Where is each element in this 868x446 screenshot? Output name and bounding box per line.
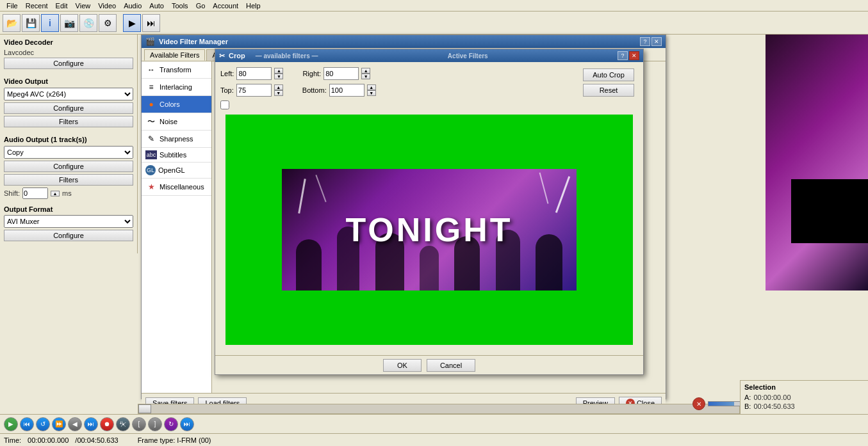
menu-video[interactable]: Video — [94, 2, 120, 10]
right-field-group: Right: ▲ ▼ — [302, 67, 370, 80]
right-up-btn[interactable]: ▲ — [361, 68, 370, 74]
video-output-label: Video Output — [4, 77, 133, 85]
crop-title: Crop — [229, 52, 245, 60]
left-up-btn[interactable]: ▲ — [274, 68, 283, 74]
filter-item-transform[interactable]: ↔ Transform — [142, 61, 211, 79]
scroll-area[interactable] — [138, 404, 740, 414]
left-panel: Video Decoder Lavcodec Configure Video O… — [0, 35, 138, 253]
bottom-down-btn[interactable]: ▼ — [367, 90, 376, 96]
configure-btn-2[interactable]: Configure — [4, 102, 133, 114]
menu-audio[interactable]: Audio — [120, 2, 145, 10]
volume-fill — [708, 402, 734, 406]
shift-input[interactable] — [22, 187, 48, 199]
toolbar-open[interactable]: 📂 — [3, 14, 20, 32]
toolbar-play-mode[interactable]: ▶ — [123, 14, 141, 32]
reset-btn[interactable]: Reset — [583, 84, 634, 97]
top-input[interactable] — [236, 84, 272, 97]
left-field-group: Left: ▲ ▼ — [220, 67, 283, 80]
video-background — [766, 35, 868, 291]
filter-label-noise: Noise — [160, 118, 177, 125]
toolbar-info[interactable]: i — [41, 14, 59, 32]
crop-help-btn[interactable]: ? — [618, 51, 628, 60]
video-content: TONIGHT — [282, 169, 577, 291]
left-input[interactable] — [236, 67, 272, 80]
menu-edit[interactable]: Edit — [52, 2, 72, 10]
scroll-thumb[interactable] — [138, 404, 151, 413]
bottom-up-btn[interactable]: ▲ — [367, 84, 376, 90]
filter-item-colors[interactable]: ● Colors — [142, 96, 211, 113]
video-codec-select[interactable]: Mpeg4 AVC (x264) — [4, 88, 133, 100]
menu-auto[interactable]: Auto — [145, 2, 168, 10]
colors-icon: ● — [145, 99, 157, 110]
menubar: File Recent Edit View Video Audio Auto T… — [0, 0, 868, 12]
cancel-btn[interactable]: Cancel — [427, 359, 475, 372]
bottom-input[interactable] — [329, 84, 364, 97]
ok-btn[interactable]: OK — [383, 359, 422, 372]
filter-item-noise[interactable]: 〜 Noise — [142, 113, 211, 131]
filter-item-opengl[interactable]: GL OpenGL — [142, 163, 211, 179]
tab-available-filters[interactable]: Available Filters — [144, 49, 205, 61]
vfm-help-btn[interactable]: ? — [640, 37, 650, 46]
segment-btn[interactable]: ⏧ — [116, 417, 130, 431]
toolbar-next[interactable]: ⏭ — [142, 14, 160, 32]
audio-output-section: Audio Output (1 track(s)) Copy Configure… — [4, 136, 133, 199]
loop-btn[interactable]: ↻ — [164, 417, 178, 431]
left-down-btn[interactable]: ▼ — [274, 74, 283, 79]
mark-out-btn[interactable]: ] — [148, 417, 162, 431]
audio-output-label: Audio Output (1 track(s)) — [4, 136, 133, 143]
configure-btn-3[interactable]: Configure — [4, 161, 133, 172]
top-spinners: ▲ ▼ — [274, 84, 283, 96]
interlacing-icon: ≡ — [145, 81, 157, 93]
filters-btn-1[interactable]: Filters — [4, 116, 133, 127]
crop-action-btns: Auto Crop Reset — [583, 68, 634, 97]
configure-btn-4[interactable]: Configure — [4, 230, 133, 241]
toolbar-save[interactable]: 💾 — [22, 14, 40, 32]
play-btn[interactable]: ▶ — [4, 417, 18, 431]
crop-titlebar: ✂ Crop — available filters — Active Filt… — [215, 49, 643, 62]
toolbar-settings[interactable]: ⚙ — [99, 14, 117, 32]
top-label: Top: — [220, 86, 234, 94]
menu-recent[interactable]: Recent — [22, 2, 52, 10]
skip-to-end-btn[interactable]: ⏭ — [180, 417, 194, 431]
filter-label-interlacing: Interlacing — [160, 83, 192, 91]
filter-item-sharpness[interactable]: ✎ Sharpness — [142, 131, 211, 148]
auto-crop-btn[interactable]: Auto Crop — [583, 68, 634, 81]
menu-tools[interactable]: Tools — [168, 2, 192, 10]
output-format-label: Output Format — [4, 205, 133, 213]
top-down-btn[interactable]: ▼ — [274, 90, 283, 96]
menu-go[interactable]: Go — [192, 2, 209, 10]
filter-item-interlacing[interactable]: ≡ Interlacing — [142, 79, 211, 96]
output-format-select[interactable]: AVI Muxer — [4, 215, 133, 228]
menu-file[interactable]: File — [3, 2, 22, 10]
mark-in-btn[interactable]: [ — [132, 417, 146, 431]
next-frame-btn[interactable]: ⏭ — [84, 417, 98, 431]
crop-checkbox[interactable] — [220, 100, 229, 109]
right-spinners: ▲ ▼ — [361, 68, 370, 79]
prev-frame-btn[interactable]: ⏮ — [20, 417, 34, 431]
toolbar-disc[interactable]: 💿 — [79, 14, 97, 32]
shift-up[interactable]: ▲ — [51, 191, 60, 196]
audio-codec-select[interactable]: Copy — [4, 146, 133, 159]
rewind-btn[interactable]: ↺ — [36, 417, 50, 431]
menu-view[interactable]: View — [72, 2, 95, 10]
back-btn[interactable]: ◀ — [68, 417, 82, 431]
filter-item-subtitles[interactable]: abc Subtitles — [142, 148, 211, 163]
crop-close-btn[interactable]: ✕ — [629, 51, 639, 60]
right-input[interactable] — [323, 67, 359, 80]
vfm-close-btn[interactable]: ✕ — [651, 37, 662, 46]
toolbar-snapshot[interactable]: 📷 — [60, 14, 78, 32]
video-decoder-section: Video Decoder Lavcodec Configure — [4, 38, 133, 71]
menu-help[interactable]: Help — [242, 2, 265, 10]
filter-item-misc[interactable]: ★ Miscellaneous — [142, 179, 211, 196]
stop-preview-btn[interactable]: ✕ — [692, 397, 705, 410]
top-up-btn[interactable]: ▲ — [274, 84, 283, 90]
fast-forward-btn[interactable]: ⏩ — [52, 417, 66, 431]
right-down-btn[interactable]: ▼ — [361, 74, 370, 79]
filters-btn-2[interactable]: Filters — [4, 174, 133, 186]
left-label: Left: — [220, 70, 234, 77]
configure-btn-1[interactable]: Configure — [4, 58, 133, 69]
left-spinners: ▲ ▼ — [274, 68, 283, 79]
menu-account[interactable]: Account — [209, 2, 242, 10]
record-btn[interactable]: ⏺ — [100, 417, 114, 431]
green-screen: TONIGHT — [225, 115, 633, 345]
